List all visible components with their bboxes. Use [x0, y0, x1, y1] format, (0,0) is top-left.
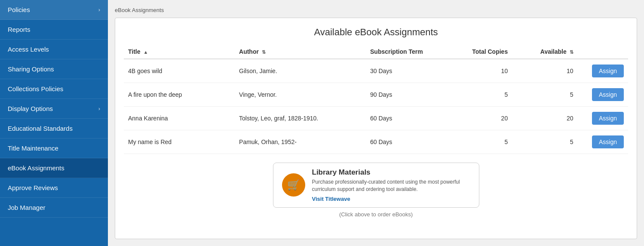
sidebar-item-title-maintenance[interactable]: Title Maintenance	[0, 138, 108, 158]
sidebar-item-access-levels[interactable]: Access Levels	[0, 40, 108, 59]
cell-assign: Assign	[578, 59, 628, 83]
sidebar-item-label-reports: Reports	[8, 26, 31, 33]
cell-assign: Assign	[578, 130, 628, 154]
chevron-right-icon: ›	[98, 105, 100, 112]
content-panel: Available eBook Assignments Title ▲ Auth…	[115, 18, 637, 239]
cell-author: Vinge, Vernor.	[235, 83, 366, 107]
sidebar-item-ebook-assignments[interactable]: eBook Assignments	[0, 158, 108, 178]
assignments-table: Title ▲ Author ⇅ Subscription Term Total…	[124, 45, 628, 154]
sidebar-item-sharing-options[interactable]: Sharing Options	[0, 59, 108, 79]
cell-assign: Assign	[578, 83, 628, 107]
assign-button-2[interactable]: Assign	[592, 112, 624, 125]
cell-title: 4B goes wild	[124, 59, 235, 83]
table-row: 4B goes wildGilson, Jamie.30 Days1010Ass…	[124, 59, 628, 83]
cell-subscription: 60 Days	[366, 130, 447, 154]
sidebar-item-label-policies: Policies	[8, 6, 30, 13]
sidebar-item-label-job-manager: Job Manager	[8, 204, 46, 211]
col-header-subscription: Subscription Term	[366, 45, 447, 59]
col-header-total-copies: Total Copies	[447, 45, 512, 59]
assign-button-0[interactable]: Assign	[592, 65, 624, 77]
assign-button-1[interactable]: Assign	[592, 88, 624, 101]
cell-author: Pamuk, Orhan, 1952-	[235, 130, 366, 154]
sidebar-item-collections-policies[interactable]: Collections Policies	[0, 79, 108, 99]
cell-available: 20	[512, 107, 577, 130]
table-row: A fire upon the deepVinge, Vernor.90 Day…	[124, 83, 628, 107]
sidebar-item-policies[interactable]: Policies›	[0, 0, 108, 20]
sort-author-icon: ⇅	[262, 49, 266, 55]
sidebar-item-approve-reviews[interactable]: Approve Reviews	[0, 178, 108, 198]
sidebar-item-label-ebook-assignments: eBook Assignments	[8, 164, 64, 172]
col-header-action	[578, 45, 628, 59]
sidebar-item-label-access-levels: Access Levels	[8, 46, 49, 53]
cell-title: A fire upon the deep	[124, 83, 235, 107]
cell-available: 5	[512, 130, 577, 154]
banner-text: Library Materials Purchase professionall…	[312, 168, 470, 202]
cell-total-copies: 5	[447, 83, 512, 107]
table-header-row: Title ▲ Author ⇅ Subscription Term Total…	[124, 45, 628, 59]
sidebar-item-educational-standards[interactable]: Educational Standards	[0, 119, 108, 138]
sidebar-item-label-sharing-options: Sharing Options	[8, 65, 54, 73]
main-content: eBook Assignments Available eBook Assign…	[108, 0, 644, 246]
col-header-available[interactable]: Available ⇅	[512, 45, 577, 59]
breadcrumb: eBook Assignments	[115, 7, 637, 13]
sort-title-icon: ▲	[143, 49, 148, 55]
table-body: 4B goes wildGilson, Jamie.30 Days1010Ass…	[124, 59, 628, 154]
cell-total-copies: 20	[447, 107, 512, 130]
cell-title: My name is Red	[124, 130, 235, 154]
cell-available: 10	[512, 59, 577, 83]
cell-title: Anna Karenina	[124, 107, 235, 130]
table-row: My name is RedPamuk, Orhan, 1952-60 Days…	[124, 130, 628, 154]
library-materials-banner[interactable]: 🛒 Library Materials Purchase professiona…	[273, 163, 479, 208]
sort-available-icon: ⇅	[570, 49, 573, 55]
sidebar-item-label-collections-policies: Collections Policies	[8, 85, 63, 92]
banner-title: Library Materials	[312, 168, 470, 177]
cell-assign: Assign	[578, 107, 628, 130]
sidebar-item-reports[interactable]: Reports	[0, 20, 108, 40]
col-header-title[interactable]: Title ▲	[124, 45, 235, 59]
sidebar-item-label-display-options: Display Options	[8, 105, 53, 112]
cell-subscription: 60 Days	[366, 107, 447, 130]
panel-title: Available eBook Assignments	[124, 27, 628, 38]
sidebar-item-label-title-maintenance: Title Maintenance	[8, 145, 58, 152]
sidebar-item-job-manager[interactable]: Job Manager	[0, 198, 108, 218]
cell-total-copies: 5	[447, 130, 512, 154]
sidebar-item-label-approve-reviews: Approve Reviews	[8, 184, 58, 191]
sidebar: Policies›ReportsAccess LevelsSharing Opt…	[0, 0, 108, 246]
cell-subscription: 90 Days	[366, 83, 447, 107]
cell-author: Tolstoy, Leo, graf, 1828-1910.	[235, 107, 366, 130]
cell-author: Gilson, Jamie.	[235, 59, 366, 83]
library-cart-icon: 🛒	[282, 173, 305, 197]
cell-total-copies: 10	[447, 59, 512, 83]
table-row: Anna KareninaTolstoy, Leo, graf, 1828-19…	[124, 107, 628, 130]
banner-hint: (Click above to order eBooks)	[339, 211, 413, 218]
banner-description: Purchase professionally-curated content …	[312, 178, 470, 193]
banner-area: 🛒 Library Materials Purchase professiona…	[124, 163, 628, 218]
sidebar-item-display-options[interactable]: Display Options›	[0, 99, 108, 119]
chevron-right-icon: ›	[98, 6, 100, 13]
assign-button-3[interactable]: Assign	[592, 135, 624, 148]
col-header-author[interactable]: Author ⇅	[235, 45, 366, 59]
sidebar-item-label-educational-standards: Educational Standards	[8, 125, 73, 132]
cell-available: 5	[512, 83, 577, 107]
cell-subscription: 30 Days	[366, 59, 447, 83]
visit-titlewave-link[interactable]: Visit Titlewave	[312, 196, 350, 202]
